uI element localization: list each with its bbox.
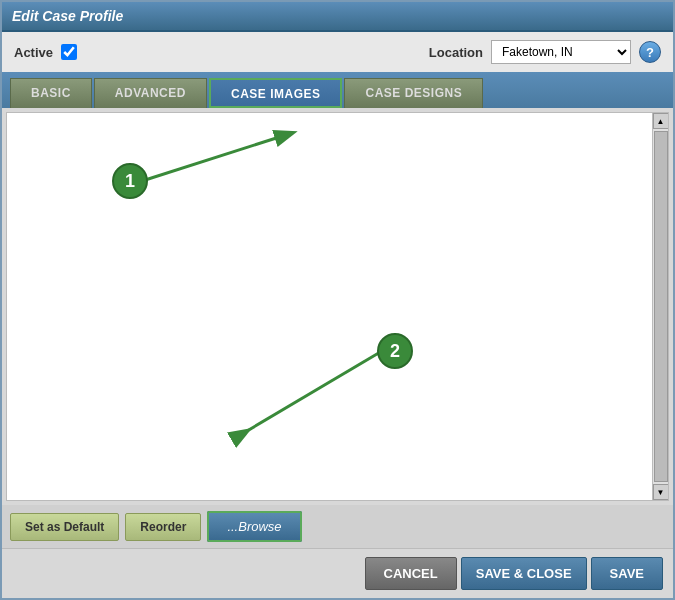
browse-button[interactable]: ...Browse xyxy=(207,511,301,542)
footer: CANCEL SAVE & CLOSE SAVE xyxy=(2,548,673,598)
header-area: Active Location Faketown, IN ? xyxy=(2,32,673,72)
bottom-toolbar: Set as Default Reorder ...Browse xyxy=(2,505,673,548)
active-checkbox[interactable] xyxy=(61,44,77,60)
annotation-arrows xyxy=(7,113,652,500)
content-area: ▲ ▼ 1 2 xyxy=(2,108,673,505)
image-panel: ▲ ▼ 1 2 xyxy=(6,112,669,501)
tab-basic[interactable]: BASIC xyxy=(10,78,92,108)
main-window: Edit Case Profile Active Location Faketo… xyxy=(0,0,675,600)
scroll-up-button[interactable]: ▲ xyxy=(653,113,669,129)
location-label: Location xyxy=(429,45,483,60)
window-title: Edit Case Profile xyxy=(12,8,123,24)
scrollbar[interactable]: ▲ ▼ xyxy=(652,113,668,500)
svg-line-2 xyxy=(142,133,292,181)
annotation-badge-1: 1 xyxy=(112,163,148,199)
annotation-layer: 1 2 xyxy=(7,113,652,500)
save-button[interactable]: SAVE xyxy=(591,557,663,590)
svg-line-3 xyxy=(247,351,382,431)
reorder-button[interactable]: Reorder xyxy=(125,513,201,541)
scrollbar-thumb[interactable] xyxy=(654,131,668,482)
title-bar: Edit Case Profile xyxy=(2,2,673,32)
save-close-button[interactable]: SAVE & CLOSE xyxy=(461,557,587,590)
tab-case-designs[interactable]: CASE DESIGNS xyxy=(344,78,483,108)
annotation-badge-2: 2 xyxy=(377,333,413,369)
location-select[interactable]: Faketown, IN xyxy=(491,40,631,64)
cancel-button[interactable]: CANCEL xyxy=(365,557,457,590)
set-default-button[interactable]: Set as Default xyxy=(10,513,119,541)
tab-case-images[interactable]: CASE IMAGES xyxy=(209,78,343,108)
tab-advanced[interactable]: ADVANCED xyxy=(94,78,207,108)
scroll-down-button[interactable]: ▼ xyxy=(653,484,669,500)
help-button[interactable]: ? xyxy=(639,41,661,63)
active-label: Active xyxy=(14,45,53,60)
tabs-bar: BASIC ADVANCED CASE IMAGES CASE DESIGNS xyxy=(2,72,673,108)
